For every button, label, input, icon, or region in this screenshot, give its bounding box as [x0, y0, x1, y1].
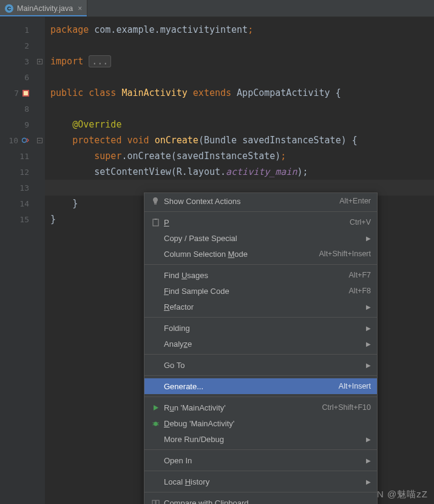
code-line[interactable]: setContentView(R.layout.activity_main); [45, 164, 434, 180]
line-number: 1 [0, 26, 29, 35]
submenu-arrow-icon: ▶ [366, 362, 371, 369]
svg-line-8 [157, 423, 159, 423]
menu-refactor[interactable]: Refactor ▶ [144, 299, 377, 315]
line-number: 3 [0, 57, 29, 66]
svg-point-2 [22, 138, 27, 143]
svg-rect-5 [154, 219, 157, 220]
menu-separator [144, 397, 377, 397]
submenu-arrow-icon: ▶ [366, 325, 371, 332]
menu-show-context-actions[interactable]: Show Context Actions Alt+Enter [144, 193, 377, 209]
compare-icon [149, 499, 161, 505]
code-line[interactable]: super.onCreate(savedInstanceState); [45, 148, 434, 164]
line-number: 13 [0, 183, 29, 192]
svg-line-9 [152, 424, 154, 425]
menu-generate[interactable]: Generate... Alt+Insert [144, 378, 377, 394]
line-number: 6 [0, 73, 29, 82]
line-number: 15 [0, 215, 29, 224]
related-file-icon[interactable] [22, 90, 29, 97]
submenu-arrow-icon: ▶ [366, 457, 371, 464]
submenu-arrow-icon: ▶ [366, 304, 371, 310]
menu-folding[interactable]: Folding ▶ [144, 320, 377, 336]
menu-run[interactable]: Run 'MainActivity' Ctrl+Shift+F10 [144, 400, 377, 415]
menu-separator [144, 354, 377, 355]
submenu-arrow-icon: ▶ [366, 436, 371, 443]
code-line[interactable] [45, 38, 434, 53]
tab-label: MainActivity.java [17, 4, 73, 13]
submenu-arrow-icon: ▶ [366, 341, 371, 347]
code-line[interactable] [45, 69, 434, 85]
class-file-icon: C [5, 4, 13, 13]
code-line[interactable]: package com.example.myactivityintent; [45, 22, 434, 38]
menu-separator [144, 211, 377, 212]
svg-rect-11 [152, 500, 155, 505]
line-number: 7 [0, 89, 19, 98]
tab-bar: C MainActivity.java × [0, 0, 434, 17]
paste-icon [149, 219, 161, 226]
menu-find-usages[interactable]: Find Usages Alt+F7 [144, 267, 377, 283]
menu-open-in[interactable]: Open In ▶ [144, 452, 377, 468]
menu-debug[interactable]: Debug 'MainActivity' [144, 415, 377, 431]
menu-copy-paste-special[interactable]: Copy / Paste Special ▶ [144, 230, 377, 246]
code-line[interactable] [45, 101, 434, 117]
menu-separator [144, 492, 377, 492]
submenu-arrow-icon: ▶ [366, 235, 371, 242]
line-number: 8 [0, 104, 29, 114]
code-line[interactable]: protected void onCreate(Bundle savedInst… [45, 132, 434, 148]
debug-icon [149, 420, 161, 427]
svg-rect-3 [154, 204, 157, 205]
menu-paste[interactable]: P Ctrl+V [144, 214, 377, 230]
submenu-arrow-icon: ▶ [366, 478, 371, 485]
menu-goto[interactable]: Go To ▶ [144, 357, 377, 373]
svg-rect-4 [153, 219, 158, 226]
folded-imports[interactable]: ... [89, 55, 111, 67]
menu-local-history[interactable]: Local History ▶ [144, 474, 377, 489]
line-number: 14 [0, 199, 29, 208]
svg-rect-12 [156, 500, 159, 505]
code-line[interactable]: public class MainActivity extends AppCom… [45, 85, 434, 101]
menu-separator [144, 264, 377, 265]
code-line[interactable]: import ... [45, 53, 434, 69]
line-number: 2 [0, 41, 29, 50]
tab-mainactivity[interactable]: C MainActivity.java × [0, 0, 87, 16]
svg-rect-1 [24, 91, 28, 95]
svg-line-10 [157, 424, 159, 425]
context-menu: Show Context Actions Alt+Enter P Ctrl+V … [144, 192, 378, 504]
menu-separator [144, 471, 377, 471]
close-icon[interactable]: × [78, 4, 82, 13]
fold-gutter: + − [34, 17, 45, 504]
menu-column-selection[interactable]: Column Selection Mode Alt+Shift+Insert [144, 246, 377, 262]
code-line[interactable]: @Override [45, 117, 434, 132]
line-number: 10 [0, 136, 18, 145]
line-number: 12 [0, 168, 29, 177]
menu-separator [144, 317, 377, 318]
menu-separator [144, 375, 377, 376]
menu-analyze[interactable]: Analyze ▶ [144, 336, 377, 352]
menu-more-run-debug[interactable]: More Run/Debug ▶ [144, 431, 377, 447]
lightbulb-icon [149, 197, 161, 205]
menu-compare-clipboard[interactable]: Compare with Clipboard [144, 495, 377, 504]
fold-collapse-icon[interactable]: − [37, 138, 42, 143]
menu-find-sample-code[interactable]: Find Sample Code Alt+F8 [144, 283, 377, 299]
svg-line-7 [152, 423, 154, 423]
override-icon[interactable] [22, 137, 29, 144]
line-gutter: 1 2 3 6 7 8 9 10 11 12 13 14 15 [0, 17, 34, 504]
svg-point-6 [154, 421, 157, 426]
line-number: 11 [0, 152, 29, 161]
menu-separator [144, 449, 377, 450]
run-icon [149, 404, 161, 411]
fold-expand-icon[interactable]: + [37, 59, 42, 64]
line-number: 9 [0, 120, 29, 129]
